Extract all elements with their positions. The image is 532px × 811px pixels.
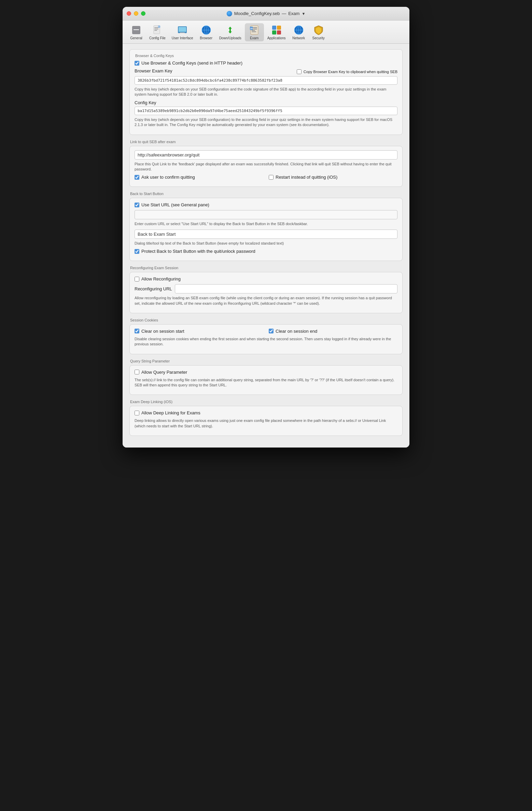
clear-end-checkbox[interactable] (269, 329, 274, 333)
allow-reconfig-label[interactable]: Allow Reconfiguring (141, 276, 181, 281)
browser-config-keys-title: Browser & Config Keys (135, 54, 397, 58)
custom-url-input[interactable] (135, 210, 397, 219)
config-key-help: Copy this key (which depends on your SEB… (135, 117, 397, 128)
toolbar-network[interactable]: Network (289, 23, 308, 41)
use-start-url-checkbox[interactable] (135, 203, 139, 207)
svg-rect-5 (154, 30, 157, 31)
toolbar-browser[interactable]: Browser (197, 23, 216, 41)
deep-linking-help: Deep linking allows to directly open var… (135, 418, 397, 429)
clear-start-label[interactable]: Clear on session start (141, 329, 184, 334)
config-key-label: Config Key (135, 100, 397, 105)
toolbar-general-label: General (130, 36, 142, 40)
reconfiguring-url-label: Reconfiguring URL (135, 286, 172, 291)
clear-end-label[interactable]: Clear on session end (276, 329, 317, 334)
security-icon (313, 25, 324, 36)
svg-marker-16 (228, 27, 232, 29)
traffic-lights (127, 11, 145, 16)
back-to-start-title: Back to Start Button (130, 192, 403, 196)
network-icon (293, 25, 304, 36)
clear-start-checkbox[interactable] (135, 329, 139, 333)
confirm-quit-label[interactable]: Ask user to confirm quitting (141, 175, 195, 180)
browser-icon (201, 25, 212, 36)
allow-reconfig-checkbox[interactable] (135, 277, 139, 281)
svg-marker-18 (228, 31, 232, 33)
toolbar-general[interactable]: General (127, 23, 146, 41)
toolbar-down-uploads-label: Down/Uploads (219, 36, 241, 40)
session-cookies-help: Disable clearing session cookies when en… (135, 336, 397, 347)
titlebar: Moodle_ConfigKey.seb — Exam ▼ (123, 7, 409, 20)
toolbar-security[interactable]: Security (309, 23, 328, 41)
toolbar-exam-label: Exam (250, 36, 259, 40)
svg-text:N: N (158, 26, 160, 28)
main-window: Moodle_ConfigKey.seb — Exam ▼ General (123, 7, 409, 448)
use-keys-checkbox[interactable] (135, 61, 139, 66)
main-content: Browser & Config Keys Use Browser & Conf… (123, 44, 409, 448)
restart-quit-label[interactable]: Restart instead of quitting (iOS) (276, 175, 337, 180)
maximize-button[interactable] (141, 11, 145, 16)
query-string-help: The seb(s):// link to the config file ca… (135, 377, 397, 388)
exam-icon: A+ (249, 25, 260, 36)
toolbar: General N Config File (123, 20, 409, 44)
use-keys-row: Use Browser & Config Keys (send in HTTP … (135, 60, 397, 66)
quit-link-help: Place this Quit Link to the 'feedback' p… (135, 162, 397, 172)
config-file-icon: N (152, 25, 163, 36)
quit-link-section: Place this Quit Link to the 'feedback' p… (129, 146, 403, 187)
copy-key-checkbox[interactable] (297, 69, 302, 74)
allow-query-label[interactable]: Allow Query Parameter (141, 370, 187, 375)
toolbar-applications[interactable]: Applications (265, 23, 289, 41)
svg-rect-9 (179, 27, 186, 32)
toolbar-config-file-label: Config File (149, 36, 166, 40)
toolbar-applications-label: Applications (267, 36, 286, 40)
reconfiguring-help: Allow reconfiguring by loading an SEB ex… (135, 295, 397, 306)
svg-rect-28 (277, 26, 281, 30)
svg-rect-19 (229, 29, 231, 31)
deep-linking-title: Exam Deep Linking (iOS) (130, 400, 403, 404)
dialog-title-input[interactable] (135, 230, 397, 239)
dialog-title-help: Dialog title/tool tip text of the Back t… (135, 241, 397, 246)
svg-rect-27 (272, 26, 276, 30)
svg-rect-1 (134, 29, 139, 30)
reconfiguring-title: Reconfiguring Exam Session (130, 266, 403, 270)
browser-config-keys-section: Browser & Config Keys Use Browser & Conf… (129, 49, 403, 135)
reconfiguring-url-input[interactable] (175, 284, 397, 293)
toolbar-config-file[interactable]: N Config File (146, 23, 168, 41)
browser-exam-key-help: Copy this key (which depends on your SEB… (135, 87, 397, 97)
custom-url-help: Enter custom URL or select "Use Start UR… (135, 221, 397, 226)
allow-deep-link-label[interactable]: Allow Deep Linking for Exams (141, 410, 200, 415)
toolbar-user-interface-label: User Interface (172, 36, 193, 40)
svg-text:A+: A+ (250, 27, 253, 30)
svg-rect-3 (154, 27, 158, 28)
protect-back-checkbox[interactable] (135, 249, 139, 254)
back-to-start-section: Use Start URL (see General pane) Enter c… (129, 198, 403, 261)
browser-exam-key-label: Browser Exam Key (135, 68, 172, 73)
minimize-button[interactable] (134, 11, 138, 16)
deep-linking-section: Allow Deep Linking for Exams Deep linkin… (129, 406, 403, 436)
browser-exam-key-input[interactable] (135, 76, 397, 85)
svg-rect-4 (154, 29, 158, 29)
reconfiguring-section: Allow Reconfiguring Reconfiguring URL Al… (129, 272, 403, 313)
close-button[interactable] (127, 11, 131, 16)
use-start-url-label[interactable]: Use Start URL (see General pane) (141, 202, 209, 207)
protect-back-label[interactable]: Protect Back to Start Button with the qu… (141, 249, 255, 254)
toolbar-network-label: Network (292, 36, 305, 40)
allow-query-checkbox[interactable] (135, 370, 139, 374)
toolbar-down-uploads[interactable]: Down/Uploads (216, 23, 244, 41)
allow-deep-link-checkbox[interactable] (135, 411, 139, 415)
use-keys-label[interactable]: Use Browser & Config Keys (send in HTTP … (141, 60, 242, 66)
copy-key-label[interactable]: Copy Browser Exam Key to clipboard when … (304, 70, 397, 74)
toolbar-exam[interactable]: A+ Exam (245, 23, 264, 41)
quit-link-input[interactable] (135, 150, 397, 160)
svg-rect-30 (277, 30, 281, 35)
toolbar-user-interface[interactable]: User Interface (169, 23, 196, 41)
down-uploads-icon (225, 25, 236, 36)
svg-rect-10 (180, 32, 185, 33)
window-title: Moodle_ConfigKey.seb — Exam ▼ (227, 11, 306, 16)
quit-link-title: Link to quit SEB after exam (130, 140, 403, 144)
query-string-section: Allow Query Parameter The seb(s):// link… (129, 365, 403, 395)
confirm-quit-checkbox[interactable] (135, 175, 139, 180)
toolbar-browser-label: Browser (200, 36, 212, 40)
restart-quit-checkbox[interactable] (269, 175, 274, 180)
config-key-input[interactable] (135, 107, 397, 115)
session-cookies-section: Clear on session start Clear on session … (129, 324, 403, 354)
session-cookies-title: Session Cookies (130, 318, 403, 322)
